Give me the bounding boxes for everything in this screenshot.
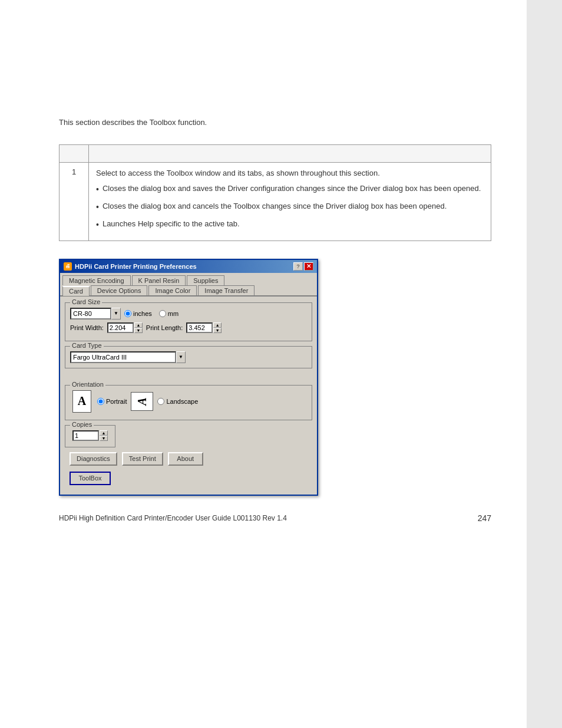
right-sidebar	[527, 0, 562, 728]
copies-up[interactable]: ▲	[100, 430, 108, 436]
dimensions-row: Print Width: ▲ ▼ Print Length:	[70, 322, 307, 333]
step-content: Select to access the Toolbox window and …	[89, 163, 491, 241]
copies-spinner-buttons: ▲ ▼	[100, 430, 108, 441]
portrait-label: Portrait	[106, 398, 127, 405]
print-width-spinner-buttons: ▲ ▼	[134, 322, 143, 333]
printer-preferences-dialog: 🖨 HDPii Card Printer Printing Preference…	[59, 259, 318, 496]
inches-radio[interactable]	[124, 310, 131, 317]
print-length-spinner-buttons: ▲ ▼	[213, 322, 222, 333]
tab-image-transfer[interactable]: Image Transfer	[198, 285, 254, 295]
bullet-text-1: Closes the dialog box and saves the Driv…	[103, 183, 481, 195]
print-width-spinner: ▲ ▼	[107, 322, 143, 333]
units-radio-group: inches mm	[124, 310, 178, 317]
step-main-text: Select to access the Toolbox window and …	[96, 167, 484, 179]
card-size-label: Card Size	[70, 298, 102, 305]
portrait-radio-label[interactable]: Portrait	[97, 398, 127, 405]
tab-device-options[interactable]: Device Options	[91, 285, 148, 295]
print-width-label: Print Width:	[70, 324, 104, 331]
toolbox-button[interactable]: ToolBox	[70, 472, 111, 485]
copies-input[interactable]	[72, 430, 99, 441]
card-size-dropdown[interactable]: CR-80	[70, 308, 111, 319]
portrait-radio[interactable]	[97, 398, 104, 405]
card-type-value: Fargo UltraCard III	[73, 354, 127, 361]
footer: HDPii High Definition Card Printer/Encod…	[59, 513, 491, 523]
copies-spinner: ▲ ▼	[70, 428, 110, 442]
print-width-input[interactable]	[107, 322, 134, 333]
tab-image-color[interactable]: Image Color	[148, 285, 197, 295]
landscape-icon: A	[131, 392, 153, 411]
portrait-icon: A	[72, 390, 91, 413]
list-item: Closes the dialog box and cancels the To…	[96, 200, 484, 213]
toolbox-btn-container: ToolBox	[65, 470, 312, 490]
print-length-label: Print Length:	[146, 324, 183, 331]
tab-supplies[interactable]: Supplies	[187, 275, 224, 285]
card-type-dropdown-arrow[interactable]: ▼	[176, 351, 186, 363]
copies-label: Copies	[70, 421, 94, 428]
card-size-value: CR-80	[73, 310, 92, 317]
about-button[interactable]: About	[168, 452, 203, 466]
print-length-up[interactable]: ▲	[213, 322, 222, 328]
card-type-label: Card Type	[70, 342, 104, 349]
landscape-radio[interactable]	[157, 398, 164, 405]
card-size-select-container: CR-80 ▼	[70, 308, 121, 319]
bullet-list: Closes the dialog box and saves the Driv…	[96, 183, 484, 231]
bullet-text-2: Closes the dialog box and cancels the To…	[103, 200, 447, 212]
print-width-up[interactable]: ▲	[134, 322, 143, 328]
card-type-group: Card Type Fargo UltraCard III ▼	[65, 346, 312, 368]
orientation-label: Orientation	[70, 381, 105, 388]
copies-down[interactable]: ▼	[100, 436, 108, 441]
card-size-content: CR-80 ▼ inches	[70, 308, 307, 333]
inches-label: inches	[133, 310, 152, 317]
card-size-group: Card Size CR-80 ▼	[65, 302, 312, 341]
print-length-down[interactable]: ▼	[213, 328, 222, 333]
tab-card[interactable]: Card	[62, 286, 90, 296]
footer-text: HDPii High Definition Card Printer/Encod…	[59, 514, 287, 522]
tab-magnetic-encoding[interactable]: Magnetic Encoding	[62, 275, 131, 285]
dialog-titlebar: 🖨 HDPii Card Printer Printing Preference…	[60, 260, 317, 273]
action-buttons: Diagnostics Test Print About	[65, 452, 312, 466]
inches-radio-label[interactable]: inches	[124, 310, 152, 317]
landscape-label: Landscape	[166, 398, 198, 405]
card-type-select-container: Fargo UltraCard III ▼	[70, 351, 186, 363]
print-length-spinner: ▲ ▼	[186, 322, 222, 333]
page-number: 247	[478, 513, 491, 523]
card-type-dropdown[interactable]: Fargo UltraCard III	[70, 351, 176, 363]
dialog-title-text: HDPii Card Printer Printing Preferences	[75, 263, 197, 270]
list-item: Launches Help specific to the active tab…	[96, 218, 484, 231]
dialog-body: Card Size CR-80 ▼	[60, 298, 317, 495]
mm-radio[interactable]	[159, 310, 166, 317]
card-size-row: CR-80 ▼ inches	[70, 308, 307, 319]
dialog-title-left: 🖨 HDPii Card Printer Printing Preference…	[64, 262, 197, 271]
table-header-content	[89, 145, 491, 163]
copies-group: Copies ▲ ▼	[65, 425, 115, 447]
print-length-input[interactable]	[186, 322, 213, 333]
card-size-dropdown-arrow[interactable]: ▼	[111, 308, 121, 319]
intro-text: This section describes the Toolbox funct…	[59, 118, 491, 127]
list-item: Closes the dialog box and saves the Driv…	[96, 183, 484, 196]
steps-table: 1 Select to access the Toolbox window an…	[59, 144, 491, 241]
bullet-text-3: Launches Help specific to the active tab…	[103, 218, 240, 230]
landscape-radio-label[interactable]: Landscape	[157, 398, 198, 405]
tabs-row1: Magnetic Encoding K Panel Resin Supplies	[60, 273, 317, 285]
orientation-group: Orientation A Portrait A Landscape	[65, 385, 312, 420]
diagnostics-button[interactable]: Diagnostics	[70, 452, 117, 466]
test-print-button[interactable]: Test Print	[122, 452, 163, 466]
titlebar-buttons: ? ✕	[293, 262, 313, 271]
table-header-num	[59, 145, 89, 163]
tabs-row2: Card Device Options Image Color Image Tr…	[60, 285, 317, 297]
close-button[interactable]: ✕	[304, 262, 313, 271]
card-type-content: Fargo UltraCard III ▼	[70, 351, 307, 363]
help-button[interactable]: ?	[293, 262, 303, 271]
card-type-row: Fargo UltraCard III ▼	[70, 351, 307, 363]
step-number: 1	[59, 163, 89, 241]
printer-icon: 🖨	[64, 262, 72, 271]
print-width-down[interactable]: ▼	[134, 328, 143, 333]
orientation-content: A Portrait A Landscape	[70, 388, 307, 415]
mm-label: mm	[168, 310, 178, 317]
tab-k-panel-resin[interactable]: K Panel Resin	[132, 275, 186, 285]
mm-radio-label[interactable]: mm	[159, 310, 178, 317]
